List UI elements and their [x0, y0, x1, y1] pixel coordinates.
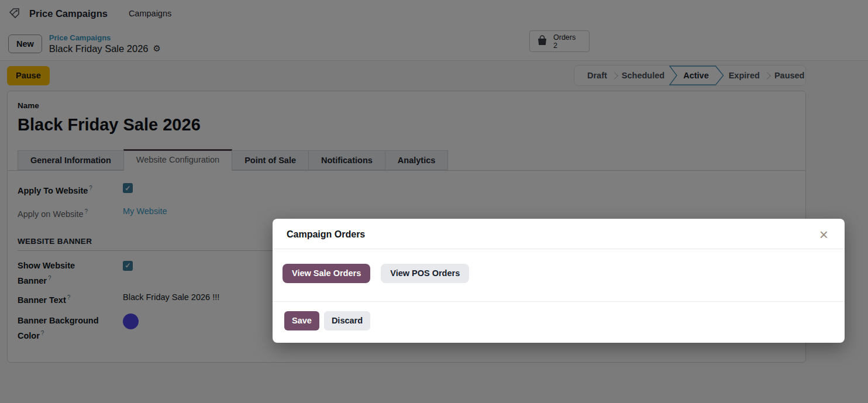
save-button[interactable]: Save: [284, 311, 319, 330]
view-sale-orders-button[interactable]: View Sale Orders: [283, 264, 370, 283]
view-pos-orders-button[interactable]: View POS Orders: [381, 264, 469, 283]
close-icon[interactable]: ×: [816, 226, 832, 243]
dialog-body: View Sale Orders View POS Orders: [273, 249, 845, 301]
dialog-header: Campaign Orders ×: [273, 219, 845, 249]
stage-active-label: Active: [683, 71, 709, 80]
campaign-orders-dialog: Campaign Orders × View Sale Orders View …: [273, 219, 845, 343]
dialog-footer: Save Discard: [273, 301, 845, 340]
discard-button[interactable]: Discard: [324, 311, 370, 330]
dialog-title: Campaign Orders: [287, 229, 365, 239]
